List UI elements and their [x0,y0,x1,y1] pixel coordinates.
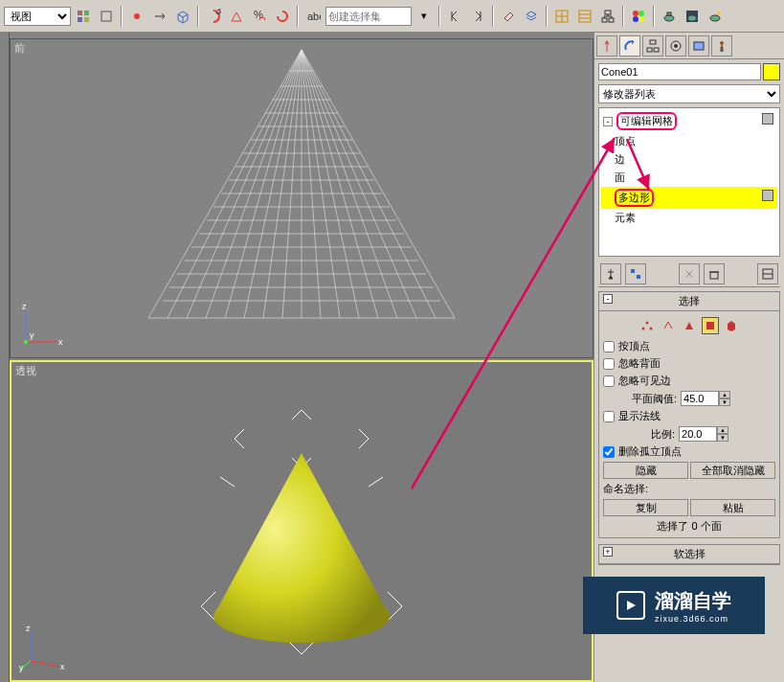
tab-utilities-icon[interactable] [711,35,732,57]
subobj-face-icon[interactable] [681,317,698,334]
stack-face[interactable]: 面 [601,169,777,187]
lbl-del-iso: 删除孤立顶点 [618,444,682,459]
remove-mod-icon[interactable] [704,263,725,284]
chk-ignore-backface[interactable] [603,358,615,370]
planar-threshold-input[interactable] [681,391,719,406]
next-icon[interactable] [467,6,488,27]
chk-show-normals[interactable] [603,411,615,422]
grid2-icon[interactable] [574,6,595,27]
spin-up-icon[interactable]: ▲ [719,391,730,398]
btn-paste[interactable]: 粘贴 [690,499,775,516]
cone-wireframe [120,40,483,328]
btn-unhide-all[interactable]: 全部取消隐藏 [690,462,775,479]
svg-rect-0 [78,11,82,15]
stack-element[interactable]: 元素 [601,209,777,227]
rollout-selection-header[interactable]: -选择 [599,292,779,311]
tab-modify-icon[interactable] [619,35,640,57]
svg-rect-3 [84,17,89,22]
quick-render-icon[interactable] [705,6,726,27]
svg-rect-51 [694,42,704,50]
stack-editable-mesh[interactable]: - 可编辑网格 [601,110,777,132]
svg-point-26 [664,15,674,21]
svg-text:y: y [30,330,34,340]
snap-3-icon[interactable]: 3 [203,6,224,27]
tab-display-icon[interactable] [688,35,709,57]
grid1-icon[interactable] [551,6,572,27]
prev-icon[interactable] [444,6,465,27]
configure-icon[interactable] [757,263,778,284]
svg-point-50 [674,44,678,48]
lbl-planar: 平面阈值: [632,392,677,406]
text-icon[interactable]: abc [302,6,324,27]
spin-down-icon[interactable]: ▼ [719,398,730,406]
rollout-soft-header[interactable]: +软选择 [599,545,779,564]
viewport-perspective[interactable]: 透视 [10,360,594,682]
svg-rect-48 [654,48,659,52]
normal-scale-input[interactable] [679,426,717,442]
view-dropdown[interactable]: 视图 [4,7,71,26]
eraser-icon[interactable] [498,6,519,27]
spin-down-icon-2[interactable]: ▼ [717,434,728,442]
cone-shaded [120,400,483,669]
svg-point-59 [646,322,649,325]
svg-rect-46 [650,40,656,44]
tool-icon-2[interactable] [96,6,117,27]
layers-icon[interactable] [521,6,542,27]
render-setup-icon[interactable] [659,6,680,27]
spinner-snap-icon[interactable] [272,6,293,27]
svg-rect-2 [78,17,82,22]
viewport-label-persp: 透视 [15,364,36,378]
hierarchy-icon[interactable] [597,6,618,27]
material-icon[interactable] [628,6,649,27]
dropdown-arrow-icon[interactable]: ▾ [414,6,435,27]
subobj-element-icon[interactable] [723,317,740,334]
btn-copy[interactable]: 复制 [603,499,688,516]
stack-toolbar [598,261,780,287]
svg-text:%: % [254,9,263,20]
command-panel-tabs [594,33,784,59]
stack-edge[interactable]: 边 [601,150,777,169]
stack-polygon[interactable]: 多边形 [601,187,777,209]
tab-motion-icon[interactable] [665,35,686,57]
chk-ignore-visible[interactable] [603,375,615,387]
lbl-named-sel: 命名选择: [603,482,775,496]
modifier-stack[interactable]: - 可编辑网格 顶点 边 面 多边形 元素 [598,107,780,257]
svg-point-22 [633,11,638,16]
tab-create-icon[interactable] [596,35,617,57]
show-end-icon[interactable] [625,263,646,284]
viewport-front[interactable]: 前 x z y [10,38,594,358]
tool-icon-1[interactable] [73,6,94,27]
chk-by-vertex[interactable] [603,341,615,352]
svg-text:z: z [26,625,31,633]
object-name-field[interactable] [598,63,761,80]
pin-stack-icon[interactable] [600,263,621,284]
box-icon[interactable] [172,6,193,27]
subobj-edge-icon[interactable] [660,317,677,334]
svg-point-25 [638,16,644,22]
svg-text:x: x [58,337,63,347]
svg-rect-15 [605,11,611,14]
btn-hide[interactable]: 隐藏 [603,462,688,479]
render-frame-icon[interactable] [682,6,703,27]
object-color-swatch[interactable] [763,63,780,80]
svg-text:3: 3 [215,9,221,16]
subobj-vertex-icon[interactable] [638,317,656,334]
svg-rect-53 [637,275,640,279]
stack-vertex[interactable]: 顶点 [601,132,777,150]
svg-point-36 [24,340,28,344]
lbl-show-norm: 显示法线 [618,409,661,423]
modifier-list-dropdown[interactable]: 修改器列表 [598,84,780,103]
svg-rect-27 [667,12,671,15]
make-unique-icon[interactable] [679,263,700,284]
arrow-icon[interactable] [149,6,170,27]
percent-snap-icon[interactable]: % [249,6,270,27]
subobj-icons [603,315,775,336]
keyframe-icon[interactable] [126,6,147,27]
chk-delete-iso[interactable] [603,446,615,458]
spin-up-icon-2[interactable]: ▲ [717,426,728,434]
tab-hierarchy-icon[interactable] [642,35,663,57]
angle-snap-icon[interactable] [226,6,247,27]
selection-set-input[interactable] [325,7,412,26]
svg-rect-52 [631,269,635,273]
subobj-polygon-icon[interactable] [702,317,719,334]
